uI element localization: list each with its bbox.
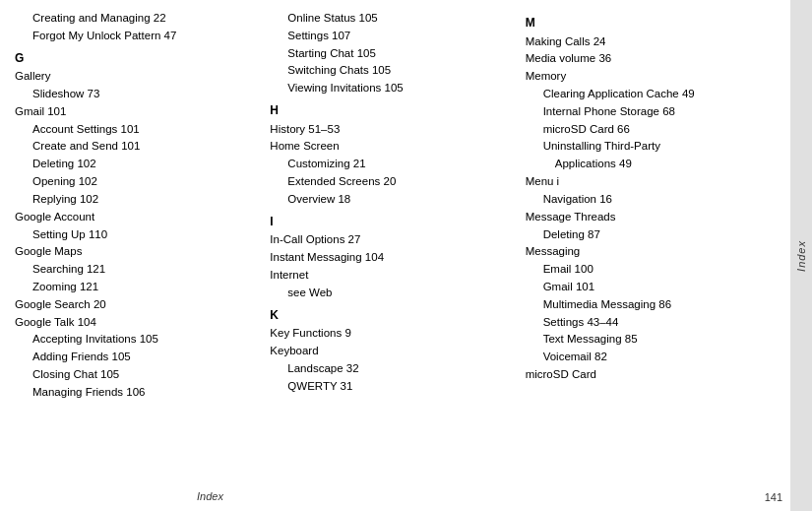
list-item: Managing Friends 106	[15, 384, 260, 402]
list-item: see Web	[270, 285, 515, 302]
list-item: Google Talk 104	[15, 314, 260, 332]
list-item: Text Messaging 85	[526, 331, 771, 349]
column-1: Creating and Managing 22 Forgot My Unloc…	[15, 10, 270, 501]
list-item: Slideshow 73	[15, 86, 260, 103]
list-item: Starting Chat 105	[270, 45, 515, 63]
section-letter-h: H	[270, 101, 515, 120]
section-letter-g: G	[15, 49, 260, 68]
list-item: microSD Card	[526, 366, 771, 384]
list-item: Landscape 32	[270, 360, 515, 378]
list-item: Google Maps	[15, 243, 260, 261]
list-item: Home Screen	[270, 138, 515, 156]
list-item: Navigation 16	[526, 191, 771, 209]
list-item: Extended Screens 20	[270, 173, 515, 191]
list-item: Online Status 105	[270, 10, 515, 28]
list-item: Setting Up 110	[15, 226, 260, 244]
list-item: Closing Chat 105	[15, 366, 260, 384]
list-item: Multimedia Messaging 86	[526, 296, 771, 314]
list-item: Key Functions 9	[270, 325, 515, 343]
footer-index-label: Index	[197, 490, 223, 502]
sidebar: Index	[790, 0, 812, 511]
list-item: Adding Friends 105	[15, 349, 260, 366]
list-item: History 51–53	[270, 121, 515, 139]
col1-top-entries: Creating and Managing 22 Forgot My Unloc…	[15, 10, 260, 45]
list-item: Creating and Managing 22	[15, 10, 260, 28]
list-item: In-Call Options 27	[270, 231, 515, 249]
list-item: Switching Chats 105	[270, 62, 515, 80]
section-letter-k: K	[270, 306, 515, 325]
list-item: Google Search 20	[15, 296, 260, 314]
list-item: Gmail 101	[526, 279, 771, 296]
list-item: Internet	[270, 267, 515, 285]
list-item: Deleting 87	[526, 226, 771, 244]
list-item: Google Account	[15, 209, 260, 226]
list-item: Settings 43–44	[526, 314, 771, 332]
list-item: Settings 107	[270, 28, 515, 45]
list-item: Account Settings 101	[15, 121, 260, 139]
list-item: Replying 102	[15, 191, 260, 209]
list-item: Uninstalling Third-Party Applications 49	[526, 138, 771, 173]
page-container: Creating and Managing 22 Forgot My Unloc…	[0, 0, 812, 511]
column-3: M Making Calls 24 Media volume 36 Memory…	[526, 10, 781, 501]
list-item: Customizing 21	[270, 156, 515, 173]
list-item: Memory	[526, 68, 771, 86]
section-letter-i: I	[270, 213, 515, 231]
list-item: Messaging	[526, 243, 771, 261]
list-item: Media volume 36	[526, 50, 771, 68]
list-item: Viewing Invitations 105	[270, 80, 515, 97]
list-item: Forgot My Unlock Pattern 47	[15, 28, 260, 45]
list-item: Searching 121	[15, 261, 260, 279]
list-item: QWERTY 31	[270, 378, 515, 396]
content-area: Creating and Managing 22 Forgot My Unloc…	[0, 0, 790, 511]
list-item: Clearing Application Cache 49	[526, 86, 771, 103]
section-letter-m: M	[526, 14, 771, 32]
list-item: Keyboard	[270, 343, 515, 360]
list-item: microSD Card 66	[526, 121, 771, 139]
list-item: Opening 102	[15, 173, 260, 191]
col2-top-entries: Online Status 105 Settings 107 Starting …	[270, 10, 515, 97]
list-item: Gmail 101	[15, 103, 260, 121]
sidebar-label: Index	[795, 240, 807, 272]
list-item: Deleting 102	[15, 156, 260, 173]
list-item: Create and Send 101	[15, 138, 260, 156]
list-item: Making Calls 24	[526, 33, 771, 51]
list-item: Voicemail 82	[526, 349, 771, 366]
list-item: Zooming 121	[15, 279, 260, 296]
list-item: Menu i	[526, 173, 771, 191]
list-item: Message Threads	[526, 209, 771, 226]
column-2: Online Status 105 Settings 107 Starting …	[270, 10, 525, 501]
list-item: Accepting Invitations 105	[15, 331, 260, 349]
list-item: Overview 18	[270, 191, 515, 209]
list-item: Email 100	[526, 261, 771, 279]
footer-right: 141	[765, 491, 782, 503]
list-item: Gallery	[15, 68, 260, 86]
list-item: Internal Phone Storage 68	[526, 103, 771, 121]
page-number: 141	[765, 491, 782, 503]
list-item: Instant Messaging 104	[270, 249, 515, 267]
footer-left: Index	[197, 489, 223, 503]
